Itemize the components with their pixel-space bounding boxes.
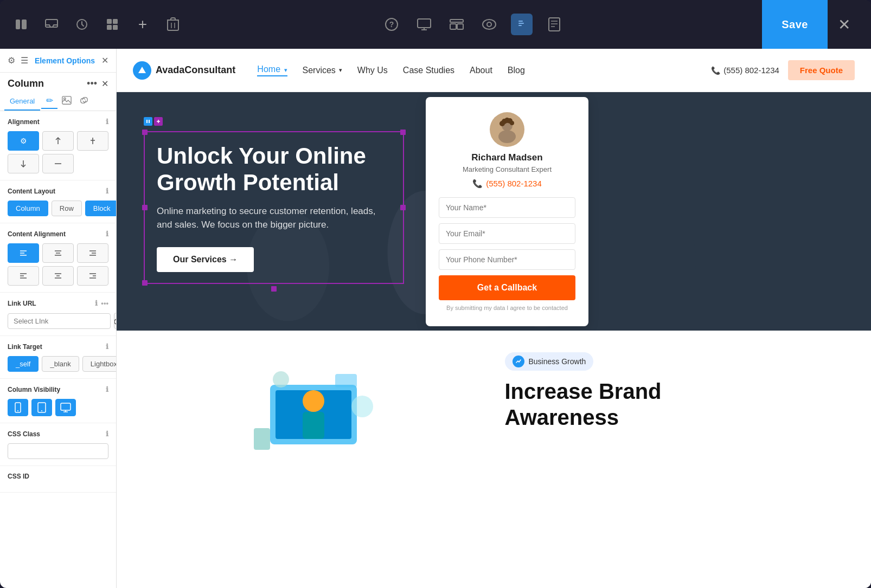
target-blank-btn[interactable]: _blank	[42, 356, 79, 372]
handle-tr[interactable]	[400, 130, 406, 135]
layout-column-btn[interactable]: Column	[8, 201, 48, 216]
sidebar-title: Column	[8, 78, 44, 89]
app-wrapper: + ?	[0, 0, 871, 588]
link-url-settings[interactable]: •••	[101, 299, 108, 307]
svg-text:?: ?	[389, 20, 394, 29]
eye-icon[interactable]	[478, 14, 500, 35]
content-alignment-info[interactable]: ℹ	[106, 230, 108, 238]
top-toolbar: + ?	[0, 0, 871, 49]
content-align-4[interactable]	[8, 266, 39, 286]
handle-mr[interactable]	[400, 205, 406, 210]
free-quote-button[interactable]: Free Quote	[788, 60, 855, 80]
sidebar-more-icon[interactable]: •••	[87, 78, 97, 89]
tab-general[interactable]: General	[4, 93, 40, 111]
align-btn-3[interactable]	[77, 131, 108, 151]
content-align-left[interactable]	[8, 243, 39, 263]
panels-icon[interactable]	[11, 14, 31, 35]
tab-link[interactable]	[76, 93, 92, 109]
hero-cta-button[interactable]: Our Services →	[157, 247, 254, 272]
link-target-buttons: _self _blank Lightbox	[8, 356, 108, 372]
alignment-section: Alignment ℹ ⚙	[0, 111, 116, 180]
svg-rect-0	[16, 20, 20, 29]
close-button[interactable]: ✕	[828, 0, 860, 49]
tab-image[interactable]	[59, 93, 75, 109]
help-icon[interactable]: ?	[381, 14, 402, 35]
phone-icon: 📞	[711, 66, 720, 75]
nav-link-whyus[interactable]: Why Us	[357, 66, 388, 75]
toggle-icon[interactable]	[102, 14, 123, 35]
css-class-info[interactable]: ℹ	[106, 430, 108, 438]
align-btn-2[interactable]	[42, 131, 74, 151]
link-url-row	[8, 313, 108, 329]
add-icon[interactable]: +	[132, 14, 153, 35]
layout-icon[interactable]	[446, 14, 467, 35]
sidebar-title-row: Column ••• ✕	[0, 73, 116, 93]
callback-phone-input[interactable]	[439, 249, 575, 270]
link-url-input[interactable]	[8, 313, 111, 329]
alignment-info[interactable]: ℹ	[106, 118, 108, 126]
illustration-area	[144, 352, 483, 471]
sidebar-header-close[interactable]: ✕	[101, 55, 108, 66]
callback-role: Marketing Consultant Expert	[439, 165, 575, 173]
content-align-right[interactable]	[77, 243, 108, 263]
layout-buttons: Column Row Block	[8, 201, 108, 216]
svg-rect-58	[61, 403, 71, 410]
content-layout-info[interactable]: ℹ	[106, 187, 108, 195]
nav-logo[interactable]: AvadaConsultant	[133, 61, 235, 80]
trash-icon[interactable]	[163, 14, 183, 35]
target-lightbox-btn[interactable]: Lightbox	[82, 356, 117, 372]
list-icon[interactable]: ☰	[21, 55, 28, 66]
tab-pen[interactable]: ✏	[41, 93, 57, 109]
target-self-btn[interactable]: _self	[8, 356, 39, 372]
visibility-desktop-btn[interactable]	[55, 399, 76, 416]
align-btn-4[interactable]	[8, 154, 39, 173]
page-icon[interactable]	[511, 14, 533, 35]
handle-bar-purple[interactable]	[154, 117, 163, 126]
handle-bl[interactable]	[142, 280, 148, 286]
content-alignment-title: Content Alignment ℹ	[8, 230, 108, 238]
visibility-tablet-btn[interactable]	[31, 399, 52, 416]
link-url-more[interactable]: ℹ	[95, 299, 98, 307]
callback-name: Richard Madsen	[439, 152, 575, 163]
sidebar: ⚙ ☰ Element Options ✕ Column ••• ✕ Gener…	[0, 49, 117, 588]
history-icon[interactable]	[72, 14, 92, 35]
content-align-5[interactable]	[42, 266, 74, 286]
handle-tl[interactable]	[142, 130, 148, 135]
nav-link-home[interactable]: Home ▾	[257, 64, 287, 76]
svg-rect-18	[450, 24, 456, 29]
callback-email-input[interactable]	[439, 223, 575, 244]
handle-ml[interactable]	[142, 205, 148, 210]
nav-link-blog[interactable]: Blog	[508, 66, 525, 75]
content-align-center[interactable]	[42, 243, 74, 263]
content-align-6[interactable]	[77, 266, 108, 286]
toolbar-right: Save ✕	[762, 0, 860, 49]
doc-icon[interactable]	[543, 14, 565, 35]
callback-submit-button[interactable]: Get a Callback	[439, 275, 575, 300]
badge-icon	[513, 356, 524, 367]
nav-link-services[interactable]: Services ▾	[303, 66, 342, 75]
alignment-title: Alignment ℹ	[8, 118, 108, 126]
inbox-icon[interactable]	[41, 14, 62, 35]
layout-block-btn[interactable]: Block	[85, 201, 117, 216]
desktop-icon[interactable]	[413, 14, 435, 35]
content-layout-section: Content Layout ℹ Column Row Block	[0, 180, 116, 223]
visibility-mobile-btn[interactable]	[8, 399, 28, 416]
handle-bc[interactable]	[271, 286, 277, 292]
sidebar-close-icon[interactable]: ✕	[101, 79, 108, 89]
css-class-input[interactable]	[8, 443, 108, 459]
svg-point-80	[303, 390, 324, 412]
nav-link-about[interactable]: About	[470, 66, 492, 75]
settings-icon[interactable]: ⚙	[8, 55, 15, 66]
svg-rect-25	[518, 25, 522, 26]
svg-rect-19	[457, 24, 463, 29]
handle-bar-blue-1[interactable]	[144, 117, 152, 126]
column-visibility-info[interactable]: ℹ	[106, 385, 108, 393]
save-button[interactable]: Save	[762, 0, 828, 49]
callback-name-input[interactable]	[439, 197, 575, 218]
align-btn-5[interactable]	[42, 154, 74, 173]
sidebar-header-icons: ⚙ ☰	[8, 55, 28, 66]
align-btn-1[interactable]: ⚙	[8, 131, 39, 151]
layout-row-btn[interactable]: Row	[52, 201, 82, 216]
nav-link-casestudies[interactable]: Case Studies	[403, 66, 454, 75]
link-target-info[interactable]: ℹ	[106, 343, 108, 351]
